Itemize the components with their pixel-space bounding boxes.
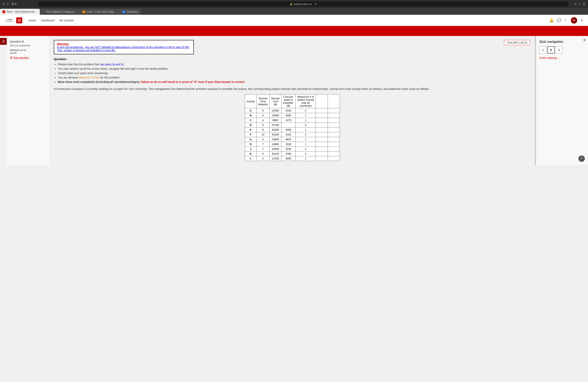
question-body-text: A construction company is currently work… <box>54 87 531 91</box>
question-status: Not yet answered <box>10 44 46 47</box>
cell-extra1 <box>316 137 328 142</box>
question-mark: Marked out of 10.00 <box>10 49 46 55</box>
tab-favicon-chegg: C <box>83 10 85 13</box>
cell-extra1 <box>316 108 328 113</box>
help-button[interactable]: ? <box>578 155 585 162</box>
cell-max-shortened: 1 <box>295 113 316 118</box>
cell-normal-time: 10 <box>256 132 269 137</box>
cell-normal-cost: 22500 <box>269 108 281 113</box>
sidebar-toggle-btn[interactable]: ☰ ▼ <box>12 2 17 6</box>
cell-extra1 <box>316 132 328 137</box>
browser-chrome: ☰ ▼ ← → 🔒 eclass.yorku.ca ↻ ⇪ + ◫ <box>0 0 588 8</box>
tab-risk[interactable]: Risk Mitigation Strategy Quality <box>40 9 80 15</box>
tab-label-risk: Risk Mitigation Strategy Quality <box>46 10 77 13</box>
question-bullets: Please note that this problem has two pa… <box>58 63 531 83</box>
cell-normal-time: 6 <box>256 123 269 128</box>
cell-max-shortened: 0 <box>295 123 316 128</box>
cell-normal-time: 7 <box>256 142 269 147</box>
york-logo: YORK UNIVERSITY U <box>5 17 22 23</box>
warning-text: In any circumstances, you are NOT allowe… <box>57 46 190 52</box>
dark-mode-icon[interactable]: ☾ <box>564 18 567 22</box>
quiz-nav-btn-2[interactable]: 2 <box>547 46 555 54</box>
cell-cost-per-week: 4310 <box>281 108 295 113</box>
quiz-nav-btn-1[interactable]: 1 <box>539 46 546 54</box>
nav-home[interactable]: Home <box>29 19 36 22</box>
cell-extra2 <box>328 108 340 113</box>
question-label: Question 2 <box>10 40 46 43</box>
cell-activity: C <box>245 118 256 123</box>
nav-my-courses[interactable]: My courses <box>59 19 74 22</box>
cell-normal-time: 4 <box>256 118 269 123</box>
chat-icon[interactable]: 💬 <box>557 18 561 22</box>
cell-extra1 <box>316 123 328 128</box>
col-extra1 <box>316 95 328 108</box>
col-normal-time: NormalTime(Weeks) <box>256 95 269 108</box>
cell-normal-cost: 26125 <box>269 152 281 156</box>
reload-icon[interactable]: ↻ <box>315 2 317 6</box>
cell-extra1 <box>316 156 328 161</box>
cell-cost-per-week: 3160 <box>281 142 295 147</box>
timer-label: Time left 1:42:01 <box>507 41 527 44</box>
cell-extra2 <box>328 113 340 118</box>
cell-normal-cost: 67245 <box>269 123 281 128</box>
question-sidebar: Question 2 Not yet answered Marked out o… <box>7 36 50 165</box>
tab-test1[interactable]: U Test-1 - Part II [Click to Attempt] {O… <box>0 9 40 15</box>
nav-right: 🔔 💬 ☾ TL ▼ <box>549 17 583 24</box>
sidebar-toggle[interactable]: ☰ <box>0 38 7 45</box>
cell-cost-per-week: 4100 <box>281 132 295 137</box>
user-avatar[interactable]: TL <box>571 17 577 24</box>
user-dropdown-icon[interactable]: ▼ <box>580 19 583 22</box>
cell-cost-per-week: 3050 <box>281 113 295 118</box>
cell-normal-time: 8 <box>256 128 269 132</box>
table-row: H 7 24900 3160 1 <box>245 142 340 147</box>
window-controls[interactable] <box>2 3 9 5</box>
tabs-icon[interactable]: ◫ <box>583 2 586 6</box>
cell-extra1 <box>316 128 328 132</box>
close-panel-button[interactable]: ✕ <box>583 38 586 42</box>
nav-dashboard[interactable]: Dashboard <box>41 19 55 22</box>
cell-max-shortened: 1 <box>295 137 316 142</box>
cell-normal-cost: 43100 <box>269 132 281 137</box>
browser-actions[interactable]: ⇪ + ◫ <box>574 2 586 6</box>
quiz-nav-title: Quiz navigation <box>539 40 585 43</box>
table-row: B 4 13500 3050 1 <box>245 113 340 118</box>
cell-activity: G <box>245 137 256 142</box>
bullet-4: You are allowed Maximum 3 Files for this… <box>58 76 531 79</box>
forward-button[interactable]: → <box>27 2 33 6</box>
share-icon[interactable]: ⇪ <box>574 2 577 6</box>
cell-max-shortened: 2 <box>295 147 316 152</box>
table-row: E 8 45280 5460 1 <box>245 128 340 132</box>
flag-question-button[interactable]: ⚑ Flag question <box>10 56 46 59</box>
warning-title: Warning: <box>57 42 190 46</box>
notification-icon[interactable]: 🔔 <box>549 18 554 22</box>
cell-max-shortened: 2 <box>295 108 316 113</box>
quiz-nav-buttons: 1 2 3 <box>539 46 585 54</box>
cell-extra1 <box>316 147 328 152</box>
hamburger-icon: ☰ <box>2 39 5 43</box>
red-banner <box>0 26 588 36</box>
cell-normal-cost: 24900 <box>269 142 281 147</box>
tab-label-test1: Test-1 - Part II [Click to Attempt] {Oct… <box>6 10 37 13</box>
cell-extra2 <box>328 137 340 142</box>
cell-normal-cost: 24600 <box>269 137 281 142</box>
new-tab-icon[interactable]: + <box>579 2 581 6</box>
finish-attempt-link[interactable]: Finish attempt ... <box>539 56 560 59</box>
activity-table: Activity NormalTime(Weeks) NormalCost($)… <box>245 94 340 161</box>
app-navbar: YORK UNIVERSITY U Home Dashboard My cour… <box>0 15 588 26</box>
address-bar[interactable]: 🔒 eclass.yorku.ca ↻ <box>38 1 568 7</box>
highlight-failure: Failure to do so will result in a score … <box>141 80 245 83</box>
back-button[interactable]: ← <box>20 2 26 6</box>
cell-activity: F <box>245 132 256 137</box>
tab-chegg[interactable]: C Home - Learn with Chegg | Chegg.com <box>80 9 120 15</box>
cell-extra2 <box>328 123 340 128</box>
main-content: Time left 1:42:01 Warning: In any circum… <box>50 36 535 165</box>
quiz-nav-btn-3[interactable]: 3 <box>555 46 563 54</box>
mark-value: 10.00 <box>10 52 17 55</box>
cell-activity: E <box>245 128 256 132</box>
cell-normal-time: 7 <box>256 147 269 152</box>
cell-max-shortened: 1 <box>295 156 316 161</box>
tab-dashboard[interactable]: ■ Dashboard <box>120 9 141 15</box>
bullet-1: Please note that this problem has two pa… <box>58 63 531 66</box>
cell-normal-time: 4 <box>256 137 269 142</box>
browser-navigation[interactable]: ← → <box>20 2 33 6</box>
